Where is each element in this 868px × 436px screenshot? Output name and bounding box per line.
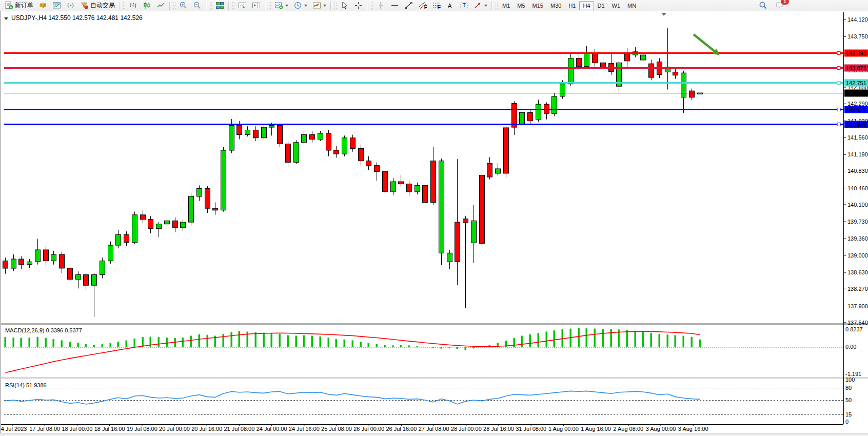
auto-trading-button[interactable]: 自动交易: [77, 0, 117, 11]
arrows-icon: [474, 1, 482, 10]
timeframe-d1-button[interactable]: D1: [594, 1, 608, 10]
search-button[interactable]: [756, 0, 770, 11]
timeframe-mn-button[interactable]: MN: [624, 1, 640, 10]
chevron-down-icon: [285, 5, 288, 7]
time-tick-label: 1 Aug 16:00: [581, 426, 611, 432]
price-tick-label: 140.460: [847, 185, 868, 191]
tile-windows-button[interactable]: [213, 0, 227, 11]
time-tick-label: 28 Jul 00:00: [451, 426, 482, 432]
periods-button[interactable]: [291, 0, 310, 11]
svg-text:A: A: [448, 3, 452, 9]
macd-axis-label: 0.8237: [845, 326, 863, 332]
price-tick-label: 138.630: [847, 269, 868, 275]
label-button[interactable]: T: [457, 0, 471, 11]
timeframe-m15-button[interactable]: M15: [529, 1, 547, 10]
vertical-line-button[interactable]: [374, 0, 388, 11]
templates-button[interactable]: [310, 0, 329, 11]
new-chart-button[interactable]: [272, 0, 291, 11]
time-tick-label: 14 Jul 2023: [0, 426, 27, 432]
new-order-button[interactable]: 新订单: [2, 0, 36, 11]
time-tick-label: 26 Jul 00:00: [353, 426, 384, 432]
toolbar-separator: [228, 2, 229, 10]
hline-icon: [390, 1, 399, 10]
new-order-icon: [5, 1, 13, 10]
bar-chart-button[interactable]: [126, 0, 140, 11]
crosshair-icon: [354, 1, 363, 10]
rsi-axis-label: 100: [845, 376, 855, 383]
rsi-label: RSI(14) 51.9386: [5, 382, 47, 388]
auto-scroll-button[interactable]: [235, 0, 249, 11]
auto-trading-button-label: 自动交易: [90, 1, 115, 10]
rsi-axis-label: 15: [845, 411, 852, 418]
tile-icon: [215, 1, 224, 10]
candlestick-chart-button[interactable]: [140, 0, 154, 11]
price-tag-label: 142.526: [846, 90, 866, 96]
chart-title: USDJPY-,H4 142.550 142.576 142.481 142.5…: [11, 14, 143, 22]
timeframe-h1-button[interactable]: H1: [565, 1, 579, 10]
toolbar-drag-handle: [370, 2, 373, 10]
zoom-out-button[interactable]: [190, 0, 204, 11]
cursor-icon: [340, 1, 349, 10]
timeframe-w1-button[interactable]: W1: [608, 1, 624, 10]
time-tick-label: 18 Jul 16:00: [94, 426, 125, 432]
sounds-button[interactable]: [36, 0, 50, 11]
price-tag-label: 143.072: [846, 65, 866, 71]
gold-box-icon: [38, 1, 47, 10]
cursor-button[interactable]: [338, 0, 351, 11]
equidistant-channel-button[interactable]: E: [416, 0, 429, 11]
price-tick-label: 139.360: [847, 235, 868, 242]
rsi-axis-label: 50: [845, 397, 852, 403]
text-button[interactable]: A: [443, 0, 457, 11]
zoom-in-button[interactable]: [176, 0, 190, 11]
arrows-button[interactable]: [471, 0, 490, 11]
time-tick-label: 20 Jul 00:00: [159, 426, 190, 432]
price-tag-label: 143.393: [846, 50, 866, 56]
price-tag-label: 142.751: [846, 80, 866, 86]
window-bottom-border: [0, 433, 868, 436]
time-tick-label: 1 Aug 00:00: [548, 426, 579, 432]
chevron-down-icon: [304, 5, 307, 7]
price-tick-label: 140.100: [847, 202, 868, 208]
notifications-button[interactable]: 1: [773, 0, 787, 11]
toolbar: 新订单自动交易EFATM1M5M15M30H1H4D1W1MN1: [0, 0, 868, 11]
timeframe-m1-button[interactable]: M1: [499, 1, 514, 10]
toolbar-drag-handle: [268, 2, 271, 10]
toolbar-drag-handle: [334, 2, 337, 10]
label-icon: T: [460, 1, 468, 10]
signals-button[interactable]: [64, 0, 77, 11]
time-tick-label: 19 Jul 08:00: [127, 426, 157, 432]
rsi-axis-label: 0: [845, 419, 849, 425]
chart-shift-button[interactable]: [249, 0, 263, 11]
trendline-button[interactable]: [402, 0, 416, 11]
price-tick-label: 139.730: [847, 219, 868, 225]
mql-community-button[interactable]: [50, 0, 64, 11]
chevron-down-icon: [323, 5, 326, 7]
price-tick-label: 141.560: [847, 134, 868, 141]
trend-icon: [404, 1, 413, 10]
funnel-icon: [80, 1, 89, 10]
price-tick-label: 141.190: [847, 151, 868, 157]
clock-icon: [293, 1, 302, 10]
timeframe-m5-button[interactable]: M5: [514, 1, 528, 10]
time-tick-label: 21 Jul 08:00: [224, 426, 254, 432]
chartshift-icon: [252, 1, 261, 10]
toolbar-drag-handle: [209, 2, 212, 10]
line-chart-button[interactable]: [154, 0, 168, 11]
timeframe-m30-button[interactable]: M30: [547, 1, 565, 10]
chart-canvas: 144.120143.750143.380143.020142.650142.2…: [0, 11, 868, 436]
macd-axis-label: -1.191: [845, 371, 861, 377]
crosshair-button[interactable]: [351, 0, 365, 11]
macd-label: MACD(12,26,9) 0.3396 0.5377: [5, 327, 82, 333]
price-tick-label: 139.000: [847, 252, 868, 259]
fibonacci-button[interactable]: F: [429, 0, 443, 11]
price-tag-label: 141.845: [846, 122, 866, 128]
price-tick-label: 144.120: [847, 16, 868, 23]
timeframe-h4-button[interactable]: H4: [579, 1, 594, 10]
price-tick-label: 137.900: [847, 303, 868, 309]
horizontal-line-button[interactable]: [388, 0, 402, 11]
toolbar-drag-handle: [232, 2, 234, 10]
text-icon: A: [446, 1, 455, 10]
toolbar-separator: [206, 2, 207, 10]
time-tick-label: 27 Jul 08:00: [419, 426, 449, 432]
autoscroll-icon: [238, 1, 247, 10]
